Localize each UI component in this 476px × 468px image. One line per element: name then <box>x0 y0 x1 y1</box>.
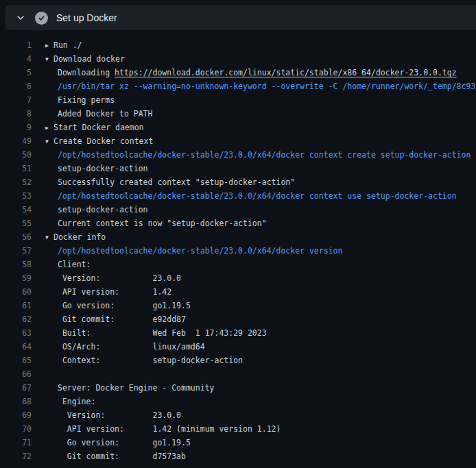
log-line: 67Server: Docker Engine - Community <box>0 381 476 395</box>
log-line: 62 Git commit: e92dd87 <box>0 312 476 326</box>
line-number[interactable]: 9 <box>0 121 32 134</box>
check-circle-icon <box>35 12 48 25</box>
log-line: 1▶Run ./ <box>0 38 476 52</box>
line-number[interactable]: 72 <box>0 449 32 463</box>
line-number[interactable]: 61 <box>0 299 32 312</box>
log-text: Server: Docker Engine - Community <box>58 381 214 395</box>
group-title: Download docker <box>53 54 125 64</box>
chevron-down-icon[interactable] <box>14 11 27 25</box>
log-command: /usr/bin/tar xz --warning=no-unknown-key… <box>58 79 475 93</box>
log-line: 53/opt/hostedtoolcache/docker-stable/23.… <box>0 189 476 203</box>
line-number[interactable]: 62 <box>0 312 32 326</box>
line-number[interactable]: 51 <box>0 162 32 175</box>
line-number[interactable]: 1 <box>0 38 32 52</box>
log-command: /opt/hostedtoolcache/docker-stable/23.0.… <box>58 189 457 203</box>
log-line: 51setup-docker-action <box>0 162 476 175</box>
log-group-header[interactable]: ▼Docker info <box>45 230 106 244</box>
chevron-down-icon: ▼ <box>45 231 53 244</box>
log-text-prefix: Downloading <box>58 68 115 77</box>
group-title: Start Docker daemon <box>53 123 144 132</box>
group-title: Docker info <box>53 232 106 242</box>
log-link[interactable]: https://download.docker.com/linux/static… <box>115 68 457 77</box>
line-number[interactable]: 66 <box>0 367 32 381</box>
log-group-header[interactable]: ▼Download docker <box>45 52 125 66</box>
log-group-header[interactable]: ▶Run ./ <box>45 38 82 52</box>
log-line: 61 Go version: go1.19.5 <box>0 299 476 312</box>
log-line: 9▶Start Docker daemon <box>0 121 476 134</box>
step-title: Set up Docker <box>56 12 117 23</box>
log-text: setup-docker-action <box>58 162 148 175</box>
line-number[interactable]: 4 <box>0 52 32 66</box>
line-number[interactable]: 54 <box>0 203 32 217</box>
log-text: Client: <box>58 258 91 271</box>
log-line: 5Downloading https://download.docker.com… <box>0 66 476 79</box>
line-number[interactable]: 69 <box>0 408 32 422</box>
log-line: 7Fixing perms <box>0 93 476 107</box>
step-log: 1▶Run ./4▼Download docker5Downloading ht… <box>0 30 476 463</box>
line-number[interactable]: 58 <box>0 258 32 271</box>
chevron-right-icon: ▶ <box>45 39 53 52</box>
log-line: 71 Go version: go1.19.5 <box>0 436 476 449</box>
log-line: 49▼Create Docker context <box>0 134 476 148</box>
log-line: 59 Version: 23.0.0 <box>0 271 476 285</box>
line-number[interactable]: 52 <box>0 175 32 189</box>
line-number[interactable]: 50 <box>0 148 32 162</box>
line-number[interactable]: 53 <box>0 189 32 203</box>
line-number[interactable]: 8 <box>0 107 32 121</box>
line-number[interactable]: 59 <box>0 271 32 285</box>
log-line: 50/opt/hostedtoolcache/docker-stable/23.… <box>0 148 476 162</box>
line-number[interactable]: 55 <box>0 217 32 230</box>
log-text: Version: 23.0.0 <box>58 408 181 422</box>
line-number[interactable]: 57 <box>0 244 32 258</box>
group-title: Run ./ <box>53 40 82 50</box>
log-line: 69 Version: 23.0.0 <box>0 408 476 422</box>
step-header[interactable]: Set up Docker <box>5 5 476 30</box>
log-line: 72 Git commit: d7573ab <box>0 449 476 463</box>
line-number[interactable]: 6 <box>0 79 32 93</box>
log-line: 52Successfully created context "setup-do… <box>0 175 476 189</box>
log-line: 4▼Download docker <box>0 52 476 66</box>
log-line: 8Added Docker to PATH <box>0 107 476 121</box>
line-number[interactable]: 56 <box>0 230 32 244</box>
line-number[interactable]: 5 <box>0 66 32 79</box>
log-command: /opt/hostedtoolcache/docker-stable/23.0.… <box>58 148 471 162</box>
log-line: 6/usr/bin/tar xz --warning=no-unknown-ke… <box>0 79 476 93</box>
log-group-header[interactable]: ▼Create Docker context <box>45 134 153 148</box>
log-line: 57/opt/hostedtoolcache/docker-stable/23.… <box>0 244 476 258</box>
log-text: Downloading https://download.docker.com/… <box>58 66 457 79</box>
log-line: 54setup-docker-action <box>0 203 476 217</box>
line-number[interactable]: 64 <box>0 340 32 354</box>
line-number[interactable]: 70 <box>0 422 32 436</box>
log-text: Git commit: d7573ab <box>58 449 186 463</box>
line-number[interactable]: 63 <box>0 326 32 340</box>
log-text: Fixing perms <box>58 93 115 107</box>
group-title: Create Docker context <box>53 136 153 146</box>
log-text: Successfully created context "setup-dock… <box>58 175 295 189</box>
log-text: Added Docker to PATH <box>58 107 152 121</box>
line-number[interactable]: 49 <box>0 134 32 148</box>
log-text: Current context is now "setup-docker-act… <box>58 217 267 230</box>
line-number[interactable]: 68 <box>0 395 32 408</box>
line-number[interactable]: 67 <box>0 381 32 395</box>
log-text: API version: 1.42 <box>58 285 171 299</box>
log-text: API version: 1.42 (minimum version 1.12) <box>58 422 281 436</box>
log-line: 70 API version: 1.42 (minimum version 1.… <box>0 422 476 436</box>
chevron-right-icon: ▶ <box>45 121 53 134</box>
log-text: setup-docker-action <box>58 203 148 217</box>
log-line: 55Current context is now "setup-docker-a… <box>0 217 476 230</box>
line-number[interactable]: 65 <box>0 354 32 367</box>
chevron-down-icon: ▼ <box>45 53 53 66</box>
chevron-down-icon: ▼ <box>45 135 53 148</box>
log-line: 60 API version: 1.42 <box>0 285 476 299</box>
log-text: Context: setup-docker-action <box>58 354 243 367</box>
log-group-header[interactable]: ▶Start Docker daemon <box>45 121 144 134</box>
line-number[interactable]: 71 <box>0 436 32 449</box>
log-line: 66 <box>0 367 476 381</box>
line-number[interactable]: 7 <box>0 93 32 107</box>
log-text: Go version: go1.19.5 <box>58 436 191 449</box>
line-number[interactable]: 60 <box>0 285 32 299</box>
log-line: 56▼Docker info <box>0 230 476 244</box>
log-line: 68 Engine: <box>0 395 476 408</box>
log-text: Version: 23.0.0 <box>58 271 181 285</box>
log-line: 64 OS/Arch: linux/amd64 <box>0 340 476 354</box>
